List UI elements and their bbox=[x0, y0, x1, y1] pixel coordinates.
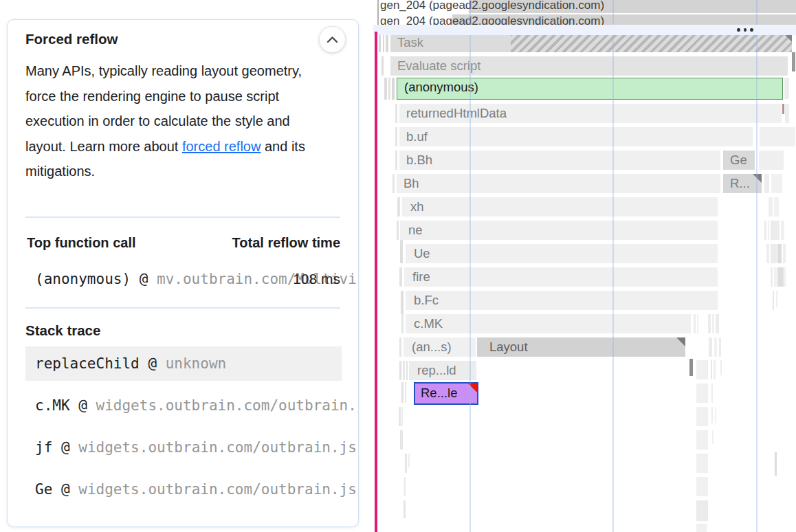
flame-bar-returnedhtmldata[interactable]: returnedHtmlData bbox=[399, 104, 782, 123]
column-header-total-reflow-time: Total reflow time bbox=[232, 235, 340, 251]
flame-bar-label: b.Fc bbox=[414, 293, 439, 307]
flame-bar-layout[interactable]: Layout bbox=[477, 337, 685, 357]
more-options-button[interactable] bbox=[737, 27, 758, 33]
flame-bar-label: R... bbox=[730, 176, 750, 190]
forced-reflow-insight-card: Forced reflow Many APIs, typically readi… bbox=[7, 19, 359, 527]
flame-fragment bbox=[771, 221, 780, 240]
time-gridline bbox=[469, 0, 471, 532]
flame-fragment bbox=[697, 314, 698, 333]
flame-bar-label: rep...ld bbox=[417, 363, 456, 377]
flame-bar-rep-ld-truncated[interactable]: rep...ld bbox=[409, 361, 476, 380]
flame-fragment bbox=[397, 221, 399, 240]
stack-trace-row[interactable]: replaceChild @ unknown bbox=[35, 346, 226, 381]
flame-fragment bbox=[719, 337, 721, 357]
flame-fragment bbox=[397, 197, 400, 217]
flame-fragment bbox=[720, 360, 722, 375]
flame-fragment bbox=[405, 454, 407, 473]
stack-trace-row[interactable]: Ge @ widgets.outbrain.com/outbrain.js bbox=[35, 472, 357, 507]
source-url[interactable]: widgets.outbrain.com/outbrain.js bbox=[96, 397, 359, 414]
flame-fragment bbox=[774, 197, 779, 217]
stack-trace-row[interactable]: c.MK @ widgets.outbrain.com/outbrain.js bbox=[35, 388, 359, 423]
flame-fragment bbox=[709, 337, 712, 357]
network-row-2[interactable]: gen_204 (pagead2.googlesyndication.com) bbox=[371, 14, 796, 25]
flame-fragment bbox=[760, 127, 795, 146]
network-row-1[interactable]: gen_204 (pagead2.googlesyndication.com) bbox=[371, 0, 796, 13]
flame-bar-label: b.uf bbox=[406, 129, 428, 144]
collapse-button[interactable] bbox=[319, 26, 346, 53]
flame-fragment bbox=[696, 454, 708, 473]
stack-trace-row[interactable]: jf @ widgets.outbrain.com/outbrain.js bbox=[35, 430, 357, 465]
flame-fragment bbox=[766, 244, 769, 263]
flame-fragment bbox=[716, 314, 719, 333]
at-separator: @ bbox=[78, 397, 87, 414]
flame-fragment bbox=[792, 52, 795, 71]
flame-bar-ge[interactable]: Ge bbox=[723, 151, 755, 170]
source-url[interactable]: widgets.outbrain.com/outbrain.js bbox=[78, 439, 357, 456]
flame-bar-ne[interactable]: ne bbox=[400, 221, 718, 240]
flame-fragment bbox=[774, 267, 777, 287]
flame-bar-b-bh[interactable]: b.Bh bbox=[399, 151, 720, 170]
flame-fragment bbox=[711, 384, 713, 403]
flame-fragment bbox=[776, 291, 777, 307]
flame-fragment bbox=[771, 244, 777, 263]
flame-fragment bbox=[714, 360, 716, 379]
time-gridline bbox=[756, 0, 758, 532]
flame-fragment bbox=[405, 382, 406, 403]
flame-fragment bbox=[696, 477, 708, 496]
flame-fragment bbox=[712, 314, 714, 333]
flame-fragment bbox=[711, 360, 712, 379]
playhead-marker-line[interactable] bbox=[375, 32, 377, 532]
flame-bar-fire[interactable]: fire bbox=[404, 267, 718, 287]
divider bbox=[25, 307, 340, 309]
flame-fragment bbox=[711, 407, 713, 423]
flame-bar-c-mk[interactable]: c.MK bbox=[406, 314, 691, 333]
flame-bar-anonymous[interactable]: (anonymous) bbox=[397, 78, 783, 100]
stack-trace-heading: Stack trace bbox=[25, 322, 100, 339]
flame-fragment bbox=[696, 384, 708, 403]
flame-fragment bbox=[399, 267, 402, 287]
flame-fragment bbox=[395, 104, 397, 123]
flame-fragment bbox=[401, 314, 403, 333]
flame-fragment bbox=[401, 291, 403, 314]
flame-fragment bbox=[696, 407, 708, 426]
network-request-label: gen_204 (pagead2.googlesyndication.com) bbox=[380, 14, 604, 25]
flame-bar-b-uf[interactable]: b.uf bbox=[399, 127, 753, 146]
flame-fragment bbox=[777, 267, 784, 287]
flame-fragment bbox=[399, 407, 401, 426]
flame-fragment bbox=[400, 240, 403, 263]
function-name: replaceChild bbox=[35, 355, 140, 372]
forced-reflow-link[interactable]: forced reflow bbox=[182, 139, 261, 154]
flame-bar-bh[interactable]: Bh bbox=[397, 174, 720, 193]
flame-bar-evaluate-script[interactable]: Evaluate script bbox=[390, 56, 788, 76]
flame-fragment bbox=[769, 197, 773, 217]
flame-bar-an-s-truncated[interactable]: (an...s) bbox=[403, 337, 476, 357]
ellipsis-dot-icon bbox=[750, 28, 753, 32]
source-url[interactable]: widgets.outbrain.com/outbrain.js bbox=[78, 481, 357, 498]
flame-fragment bbox=[388, 78, 390, 100]
card-description: Many APIs, typically reading layout geom… bbox=[25, 58, 317, 184]
chevron-up-icon bbox=[327, 36, 338, 43]
at-separator: @ bbox=[61, 481, 70, 498]
flame-fragment bbox=[689, 359, 693, 376]
devtools-performance-panel: gen_204 (pagead2.googlesyndication.com) … bbox=[0, 0, 796, 532]
at-separator: @ bbox=[140, 271, 148, 287]
truncation-corner-icon bbox=[753, 174, 762, 183]
flame-bar-re-le-recalculate-style[interactable]: Re...le bbox=[414, 382, 478, 405]
flame-fragment bbox=[783, 244, 786, 263]
flame-fragment bbox=[694, 314, 696, 333]
flame-fragment bbox=[383, 33, 384, 52]
flame-bar-label: Evaluate script bbox=[397, 58, 480, 73]
flame-fragment bbox=[771, 174, 782, 193]
flame-bar-label: Re...le bbox=[421, 386, 457, 400]
flame-fragment bbox=[408, 454, 410, 467]
flame-bar-ue[interactable]: Ue bbox=[406, 244, 718, 263]
function-name: jf bbox=[35, 439, 52, 456]
column-header-top-function-call: Top function call bbox=[27, 235, 136, 251]
source-url[interactable]: unknown bbox=[166, 355, 227, 372]
flame-fragment bbox=[395, 127, 397, 146]
flame-bar-task[interactable]: Task bbox=[390, 33, 792, 52]
flame-fragment bbox=[393, 174, 395, 193]
flame-bar-xh[interactable]: xh bbox=[402, 197, 718, 217]
flame-bar-b-fc[interactable]: b.Fc bbox=[406, 291, 718, 310]
flame-fragment bbox=[773, 291, 774, 310]
